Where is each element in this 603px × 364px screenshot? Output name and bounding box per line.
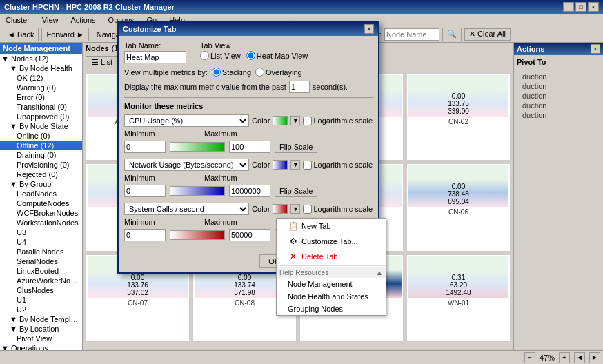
list-view-radio-label[interactable]: List View xyxy=(200,51,241,60)
sidebar-item-by-node-state[interactable]: ▼ By Node State xyxy=(0,121,82,131)
window-controls[interactable]: _ □ × xyxy=(563,2,599,12)
maximize-button[interactable]: □ xyxy=(575,2,586,12)
scroll-right-button[interactable]: ► xyxy=(589,352,600,363)
color-dropdown-network[interactable]: ▼ xyxy=(290,160,300,170)
dialog-close-button[interactable]: × xyxy=(364,24,374,34)
log-checkbox-cpu[interactable] xyxy=(303,117,312,125)
network-flip-button[interactable]: Flip Scale xyxy=(275,185,317,197)
metric-cpu-select[interactable]: CPU Usage (%) xyxy=(124,114,249,127)
sidebar-item-by-group[interactable]: ▼ By Group xyxy=(0,179,82,189)
sidebar-item-offline[interactable]: Offline (12) xyxy=(0,141,82,150)
cpu-max-input[interactable] xyxy=(229,141,270,153)
tab-name-input[interactable] xyxy=(124,51,186,63)
right-item-3[interactable]: duction xyxy=(520,91,597,101)
cpu-min-input[interactable] xyxy=(124,141,166,153)
ctx-customize-tab[interactable]: ⚙ Customize Tab... xyxy=(277,234,386,249)
actions-panel: Actions × Pivot To duction duction ducti… xyxy=(513,43,603,350)
sidebar-item-u1[interactable]: U1 xyxy=(0,295,82,305)
sidebar-item-online[interactable]: Online (0) xyxy=(0,131,82,141)
tab-name-label: Tab Name: xyxy=(124,41,186,50)
right-item-2[interactable]: duction xyxy=(520,81,597,91)
menu-cluster[interactable]: Cluster xyxy=(3,15,32,25)
heat-map-view-radio[interactable] xyxy=(246,51,255,60)
syscalls-max-input[interactable] xyxy=(229,229,270,241)
tab-list[interactable]: ☰ List xyxy=(86,56,119,68)
ctx-node-management[interactable]: Node Management xyxy=(277,278,386,290)
sidebar-item-workstationnodes[interactable]: WorkstationNodes xyxy=(0,218,82,228)
search-button[interactable]: 🔍 xyxy=(442,28,462,41)
sidebar-item-transitional[interactable]: Transitional (0) xyxy=(0,102,82,112)
sidebar-item-serialnodes[interactable]: SerialNodes xyxy=(0,256,82,266)
list-view-radio[interactable] xyxy=(200,51,209,60)
menu-view[interactable]: View xyxy=(39,15,61,25)
actions-close-button[interactable]: × xyxy=(591,44,600,54)
heat-cell-wn01[interactable]: 0.31 63.20 1492.48 WN-01 xyxy=(406,254,511,342)
heat-cell-cn02[interactable]: 0.00 133.75 339.00 CN-02 xyxy=(406,73,511,161)
sidebar-item-computenodes[interactable]: ComputeNodes xyxy=(0,199,82,208)
sidebar-item-by-location[interactable]: ▼ By Location xyxy=(0,324,82,334)
heat-cell-cn06[interactable]: 0.00 738.48 895.04 CN-06 xyxy=(406,163,511,251)
sidebar-item-operations[interactable]: ▼ Operations xyxy=(0,343,82,350)
sidebar-item-linuxbooted[interactable]: LinuxBooted xyxy=(0,266,82,276)
ctx-node-health[interactable]: Node Health and States xyxy=(277,290,386,303)
display-seconds-input[interactable] xyxy=(289,81,310,93)
menu-actions[interactable]: Actions xyxy=(68,15,99,25)
sidebar-item-wcfbrokernodes[interactable]: WCFBrokerNodes xyxy=(0,208,82,218)
clear-all-button[interactable]: ✕ Clear All xyxy=(464,28,511,41)
sidebar-item-draining[interactable]: Draining (0) xyxy=(0,150,82,160)
metric-network-select[interactable]: Network Usage (Bytes/second) xyxy=(124,159,249,171)
right-item-4[interactable]: duction xyxy=(520,101,597,110)
sidebar-item-pivot-view[interactable]: Pivot View xyxy=(0,334,82,343)
sidebar-item-headnodes[interactable]: HeadNodes xyxy=(0,189,82,199)
right-item-5[interactable]: duction xyxy=(520,110,597,120)
ctx-new-tab[interactable]: 📋 New Tab xyxy=(277,219,386,234)
sidebar-item-azureworkernodes[interactable]: AzureWorkerNodes xyxy=(0,276,82,285)
network-min-input[interactable] xyxy=(124,185,166,197)
sidebar-item-u4[interactable]: U4 xyxy=(0,237,82,247)
sidebar-item-warning[interactable]: Warning (0) xyxy=(0,83,82,92)
minimize-button[interactable]: _ xyxy=(563,2,574,12)
close-button[interactable]: × xyxy=(588,2,599,12)
sidebar-item-parallelnodes[interactable]: ParallelNodes xyxy=(0,247,82,256)
log-check-syscalls[interactable]: Logarithmic scale xyxy=(303,205,373,214)
forward-button[interactable]: Forward ► xyxy=(41,28,88,41)
ctx-delete-label: Delete Tab xyxy=(302,252,337,261)
ctx-delete-tab[interactable]: ✕ Delete Tab xyxy=(277,249,386,264)
cpu-flip-button[interactable]: Flip Scale xyxy=(275,141,317,153)
metric-syscalls-select[interactable]: System Calls / second xyxy=(124,203,249,215)
scroll-left-button[interactable]: ◄ xyxy=(574,352,585,363)
sidebar-item-provisioning[interactable]: Provisioning (0) xyxy=(0,160,82,170)
log-check-cpu[interactable]: Logarithmic scale xyxy=(303,117,373,125)
sidebar-item-ok[interactable]: OK (12) xyxy=(0,73,82,83)
sidebar-item-error[interactable]: Error (0) xyxy=(0,92,82,102)
ctx-grouping-nodes[interactable]: Grouping Nodes xyxy=(277,303,386,315)
zoom-in-button[interactable]: + xyxy=(559,352,570,363)
sidebar-item-nodes[interactable]: ▼ Nodes (12) xyxy=(0,54,82,63)
ctx-help-section: Help Resources ▲ xyxy=(277,267,386,278)
zoom-out-button[interactable]: − xyxy=(524,352,535,363)
sidebar-item-by-node-health[interactable]: ▼ By Node Health xyxy=(0,63,82,73)
overlaying-radio[interactable] xyxy=(255,68,264,77)
color-dropdown-syscalls[interactable]: ▼ xyxy=(290,204,300,214)
stacking-radio-label[interactable]: Stacking xyxy=(212,68,251,77)
sidebar-item-rejected[interactable]: Rejected (0) xyxy=(0,170,82,179)
overlaying-radio-label[interactable]: Overlaying xyxy=(255,68,302,77)
sidebar-item-u2[interactable]: U2 xyxy=(0,305,82,314)
network-gradient xyxy=(170,186,225,196)
sidebar: Node Management ▼ Nodes (12) ▼ By Node H… xyxy=(0,43,83,350)
color-dropdown-cpu[interactable]: ▼ xyxy=(290,116,300,125)
heat-map-view-radio-label[interactable]: Heat Map View xyxy=(246,51,308,60)
network-max-input[interactable] xyxy=(229,185,270,197)
sidebar-item-by-node-template[interactable]: ▼ By Node Template xyxy=(0,314,82,324)
syscalls-min-input[interactable] xyxy=(124,229,166,241)
search-input[interactable] xyxy=(384,28,439,41)
sidebar-item-u3[interactable]: U3 xyxy=(0,228,82,237)
sidebar-item-clusnodes[interactable]: ClusNodes xyxy=(0,285,82,295)
stacking-radio[interactable] xyxy=(212,68,221,77)
back-button[interactable]: ◄ Back xyxy=(3,28,39,41)
right-item-1[interactable]: duction xyxy=(520,72,597,81)
log-check-network[interactable]: Logarithmic scale xyxy=(303,161,373,170)
sidebar-item-unapproved[interactable]: Unapproved (0) xyxy=(0,112,82,121)
log-checkbox-network[interactable] xyxy=(303,161,312,170)
log-checkbox-syscalls[interactable] xyxy=(303,205,312,214)
